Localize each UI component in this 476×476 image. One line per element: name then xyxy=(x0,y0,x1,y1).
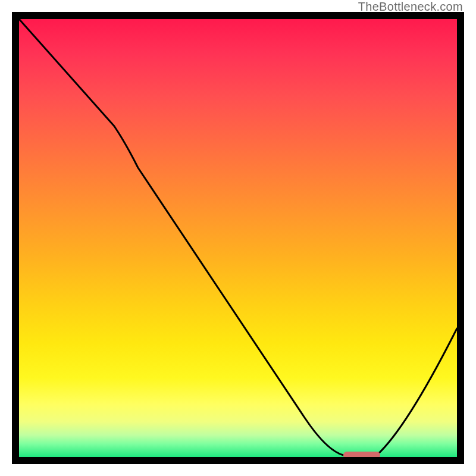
chart-container: TheBottleneck.com xyxy=(0,0,476,476)
plot-area xyxy=(12,12,464,464)
bottleneck-curve xyxy=(19,19,457,456)
curve-layer xyxy=(19,19,457,457)
optimal-marker xyxy=(343,452,380,457)
